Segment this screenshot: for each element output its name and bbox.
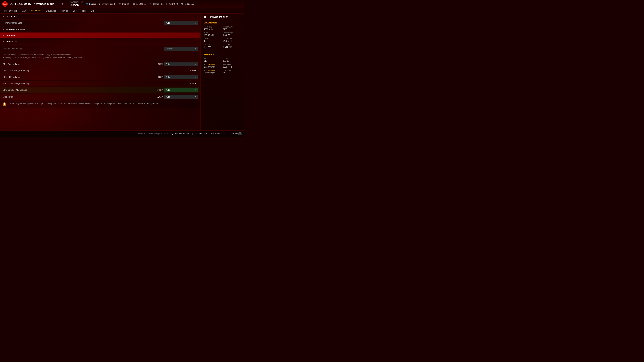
cpu-core-voltage-dropdown[interactable]: Auto ▼ <box>164 62 198 66</box>
hot-keys-badge: ? <box>238 132 242 135</box>
performance-bias-row: Performance Bias Auto ▼ <box>0 19 200 26</box>
hw-monitor-title-text: Hardware Monitor <box>208 15 228 18</box>
q-dashboard-button[interactable]: Q-Dashboard(Insert) <box>172 133 190 135</box>
nav-bar: My Favorites Main Ai Tweaker Advanced Mo… <box>0 8 244 13</box>
hw-heavy-freq-label: Heavy Freq <box>223 63 242 66</box>
hw-mc-volt-label: MC Volt. <box>204 43 223 46</box>
aura-icon: ✦ <box>165 2 168 5</box>
nav-monitor[interactable]: Monitor <box>58 8 70 13</box>
myfavorite-label: My Favorite(F3) <box>102 3 116 5</box>
hw-dram-freq-value: 6400 MHz <box>223 40 242 42</box>
digi-vrm-label: DIGI + VRM <box>6 15 18 18</box>
cpu-vddio-voltage-reading: 1.412V <box>153 89 163 91</box>
misc-voltage-label: Misc Voltage <box>3 96 153 98</box>
nav-main[interactable]: Main <box>19 8 28 13</box>
search-tool[interactable]: ? Search(F9) <box>149 2 162 5</box>
q-dashboard-label: Q-Dashboard(Insert) <box>172 133 190 135</box>
header-tools: 🌐 English ★ My Favorite(F3) ◎ Qfan(F6) 🖥… <box>86 2 195 5</box>
nav-exit[interactable]: Exit <box>88 8 96 13</box>
hw-cell-sp: SP 119 <box>204 57 223 63</box>
cpu-soc-voltage-dropdown[interactable]: Auto ▼ <box>164 75 198 79</box>
nav-advanced[interactable]: Advanced <box>44 8 58 13</box>
monitor-chip-icon: 🖥 <box>204 15 206 18</box>
hw-cpu-memory-grid: Frequency 4300 MHz Temperature 31°C BCLK… <box>202 25 244 50</box>
hw-bclk-value: 100.00 MHz <box>204 34 223 37</box>
hw-prediction-title: Prediction <box>202 52 244 56</box>
cpu-core-voltage-dropdown-value: Auto <box>166 63 170 65</box>
misc-voltage-reading: 1.101V <box>153 96 163 98</box>
misc-voltage-dropdown[interactable]: Auto ▼ <box>164 95 198 99</box>
hw-cell-frequency: Frequency 4300 MHz <box>204 25 223 31</box>
nav-boot[interactable]: Boot <box>70 8 80 13</box>
last-modified-label: Last Modified <box>195 133 206 135</box>
hw-frequency-value: 4300 MHz <box>204 28 223 31</box>
section-core-flex[interactable]: ▶ Core Flex <box>0 32 200 38</box>
page-title: UEFI BIOS Utility - Advanced Mode <box>10 2 54 5</box>
cpu-core-voltage-reading: 1.385V <box>153 63 163 65</box>
cpu-soc-voltage-row: CPU SOC Voltage 1.288V Auto ▼ <box>0 74 200 81</box>
core-local-voltage-row: Core Local Voltage Reading 1.347V <box>0 68 200 74</box>
search-icon: ? <box>149 2 152 5</box>
misc-voltage-row: Misc Voltage 1.101V Auto ▼ <box>0 93 200 100</box>
hw-dos-thresh-label: Dos Thresh <box>223 69 242 72</box>
hw-mc-volt-value: 1.412 V <box>204 46 223 49</box>
section-digi-vrm[interactable]: ▶ DIGI + VRM <box>0 13 200 19</box>
qfan-tool[interactable]: ◎ Qfan(F6) <box>118 2 130 5</box>
arrow-right-icon-2: ▶ <box>3 28 4 30</box>
extreme-overvoltage-dropdown[interactable]: Disabled ▼ <box>164 47 198 51</box>
hw-v4300-value: 0.930 V @L5 <box>204 71 223 74</box>
cpu-soc-voltage-dropdown-value: Auto <box>166 76 170 78</box>
info-icon: i <box>3 102 6 106</box>
settings-button[interactable]: ⚙ <box>61 2 64 5</box>
hw-cell-mc-volt: MC Volt. 1.412 V <box>204 43 223 49</box>
svg-text:ROG: ROG <box>3 3 7 5</box>
aura-label: AURA(F4) <box>168 3 178 5</box>
aura-tool[interactable]: ✦ AURA(F4) <box>165 2 178 5</box>
extreme-overvoltage-value: Disabled <box>166 48 174 50</box>
rog-logo: ROG <box>2 1 8 7</box>
hw-monitor-title: 🖥 Hardware Monitor <box>202 13 244 20</box>
hw-capacity-label: Capacity <box>223 43 242 46</box>
soc-local-voltage-label: SOC Local Voltage Reading <box>3 82 186 85</box>
extreme-overvoltage-label: Extreme Over-voltage <box>3 48 164 50</box>
hw-core-voltage-label: Core Voltage <box>223 32 242 34</box>
arrow-right-icon-3: ▶ <box>3 34 4 36</box>
gear-icon: ⚙ <box>61 2 64 5</box>
aioc-tool[interactable]: 🖥 AI OC(F11) <box>132 2 146 5</box>
hw-monitor-panel: 🖥 Hardware Monitor CPU/Memory Frequency … <box>202 13 244 130</box>
ez-mode-button[interactable]: EzMode(F7) ⊣ <box>211 133 225 135</box>
dropdown-arrow-icon-2: ▼ <box>194 48 196 50</box>
english-label: English <box>89 3 96 5</box>
nav-ai-tweaker[interactable]: Ai Tweaker <box>29 8 44 13</box>
ez-mode-icon: ⊣ <box>223 133 225 135</box>
myfavorite-tool[interactable]: ★ My Favorite(F3) <box>98 2 116 5</box>
dropdown-arrow-icon: ▼ <box>194 22 196 24</box>
hw-cell-dram-freq: DRAM Freq. 6400 MHz <box>223 37 242 43</box>
datetime-display: 09/27/2024 Friday 00:26 <box>70 1 83 7</box>
dropdown-arrow-icon-4: ▼ <box>194 76 196 78</box>
tweakers-paradise-label: Tweaker's Paradise <box>6 28 25 31</box>
hot-keys-label: Hot Keys <box>230 133 238 135</box>
performance-bias-value: Auto <box>166 22 170 24</box>
section-tweakers-paradise[interactable]: ▶ Tweaker's Paradise <box>0 26 200 32</box>
performance-bias-label: Performance Bias <box>5 22 164 24</box>
section-ai-features[interactable]: ▶ AI Features <box>0 38 200 44</box>
nav-tool[interactable]: Tool <box>80 8 88 13</box>
main-panel: ▶ DIGI + VRM Performance Bias Auto ▼ ▶ T… <box>0 13 201 130</box>
hw-v4300-freq-highlight: 4300MHz <box>208 69 216 71</box>
performance-bias-dropdown[interactable]: Auto ▼ <box>164 21 198 25</box>
hw-divider-1 <box>204 51 242 51</box>
hw-dos-thresh-value: 91 <box>223 71 242 74</box>
resizebar-tool[interactable]: ⊞ ReSize BAR <box>180 2 195 5</box>
hw-core-voltage-value: 1.341 V <box>223 34 242 37</box>
nav-my-favorites[interactable]: My Favorites <box>2 8 19 13</box>
monitor-icon: 🖥 <box>132 2 136 5</box>
desc-line-1: The item can only be enabled when the on… <box>3 53 198 56</box>
hot-keys-button[interactable]: Hot Keys ? <box>230 132 242 135</box>
arrow-right-icon: ▶ <box>3 15 4 17</box>
cpu-vddio-voltage-dropdown[interactable]: Auto ▼ <box>164 88 198 92</box>
last-modified-button[interactable]: Last Modified <box>195 133 206 135</box>
english-tool[interactable]: 🌐 English <box>86 2 96 5</box>
cpu-vddio-voltage-row: CPU VDDIO / MC Voltage 1.412V Auto ▼ <box>0 87 200 93</box>
hw-sp-label: SP <box>204 57 223 60</box>
